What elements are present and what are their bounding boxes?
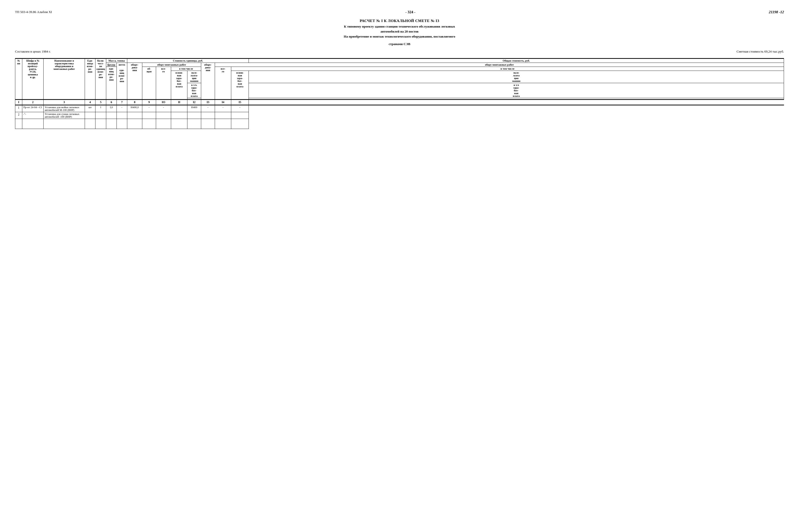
col-mo-base: основ-наязара-бот-наяплата xyxy=(171,71,187,100)
title-section: РАСЧЕТ № I К ЛОКАЛЬНОЙ СМЕТЕ № I3 К типо… xyxy=(15,19,784,46)
col-total-equip: обору-дова-ния xyxy=(201,63,215,100)
col-mo-all: все-го xyxy=(156,67,171,100)
header-left: ТП 503-4-39.86 Альбом XI xyxy=(15,10,52,14)
col-total-mo-inthat: в том числе xyxy=(231,67,784,71)
col-total-header: Общая стоимость, руб. xyxy=(249,59,784,63)
col-total-mo-base: основ-наязара-бот-наяплата xyxy=(231,71,249,100)
header-row-2: брутто неттоеди-ницизме-ре-ния обору-дов… xyxy=(15,63,784,67)
header-right: 21198 -12 xyxy=(769,10,784,14)
row1-code: Пр-нт 24-04- -CI xyxy=(22,105,43,112)
col-mo-exp: эксп-луата-циямашин xyxy=(187,71,201,83)
idx-10: IO xyxy=(156,100,171,105)
row1-total-mo-all: - xyxy=(201,105,215,112)
main-table: №пп Шифр и №позицийпрейску-ранта,УСН,цен… xyxy=(15,58,784,129)
row1-total-mo-exp: - xyxy=(231,105,249,112)
compiled-date: Составлен в ценах 1984 г. xyxy=(15,50,51,54)
col-total-mo-exp: эксп-луатациямашин xyxy=(249,71,784,83)
row1-qty: I xyxy=(95,105,106,112)
header-center: - 324 - xyxy=(405,10,415,14)
col-mass-brutto-unit: еди-ницизме-ре-ния xyxy=(106,67,117,100)
header-row-1: №пп Шифр и №позицийпрейску-ранта,УСН,цен… xyxy=(15,59,784,63)
col-cost-equip: обору-дова-ния xyxy=(127,63,142,100)
row2-code: -"- xyxy=(22,112,43,119)
row2-num: 2 xyxy=(15,112,22,119)
idx-4: 4 xyxy=(85,100,95,105)
row1-mo-exp xyxy=(171,105,187,112)
idx-7: 7 xyxy=(117,100,127,105)
row1-name: Установка для мойки легковых автомобилей… xyxy=(43,105,85,112)
row2-unit xyxy=(85,112,95,119)
idx-5: 5 xyxy=(95,100,106,105)
col-mo-header: обору-монтажных работ xyxy=(142,63,201,67)
row1-mass-total: - xyxy=(117,105,127,112)
col-qty-header: Коли-чест-воединицизме-ре-ния xyxy=(95,59,106,100)
row1-mass-unit: I,0 xyxy=(106,105,117,112)
title-main: РАСЧЕТ № I К ЛОКАЛЬНОЙ СМЕТЕ № I3 xyxy=(15,19,784,23)
table-row: 2 -"- Установка для сушки легковых автом… xyxy=(15,112,784,119)
col-name-header: Наименование ихарактеристикаоборудования… xyxy=(43,59,85,100)
col-code-header: Шифр и №позицийпрейску-ранта,УСН,ценника… xyxy=(22,59,43,100)
row1-unit: шт xyxy=(85,105,95,112)
row2-mo-all xyxy=(142,112,156,119)
row2-name: Установка для сушки легковых автомобилей… xyxy=(43,112,85,119)
row1-total-equip: I0400 xyxy=(187,105,201,112)
row2-mass-total xyxy=(117,112,127,119)
row1-mo-base: - xyxy=(156,105,171,112)
column-index-row: I 2 3 4 5 6 7 8 9 IO II I2 I3 I4 I5 xyxy=(15,100,784,105)
idx-8: 8 xyxy=(127,100,142,105)
row1-cost-equip: I0400,0 xyxy=(127,105,142,112)
meta-row: Составлен в ценах 1984 г. Сметная стоимо… xyxy=(15,50,784,54)
idx-11: II xyxy=(171,100,187,105)
filler6b xyxy=(249,98,784,100)
title-sub2: автомобилей на 20 постов xyxy=(15,30,784,34)
col-unit-header: Еди-ницаизме-ре-ния xyxy=(85,59,95,100)
row2-total-mo-exp xyxy=(231,112,249,119)
idx-15: I5 xyxy=(231,100,249,105)
table-row xyxy=(15,119,784,129)
row2-qty xyxy=(95,112,106,119)
title-sub4: странами СЭВ xyxy=(15,42,784,46)
idx-3: 3 xyxy=(43,100,85,105)
col-total-mo-wage-label: в т.чзара-бот-наяплата xyxy=(249,83,784,98)
idx-6: 6 xyxy=(106,100,117,105)
col-num-header: №пп xyxy=(15,59,22,100)
col-mo-wage-label: в т.ч.зара-бот-наяплата xyxy=(187,83,201,98)
row1-total-mo-base: - xyxy=(215,105,231,112)
title-sub3: На приобретение и монтаж технологическог… xyxy=(15,35,784,39)
title-sub1: К типовому проекту здания станции технич… xyxy=(15,24,784,28)
table-row: I Пр-нт 24-04- -CI Установка для мойки л… xyxy=(15,105,784,112)
col-mass-brutto-total: об-щая xyxy=(142,67,156,100)
idx-13: I3 xyxy=(201,100,215,105)
page-header: ТП 503-4-39.86 Альбом XI - 324 - 21198 -… xyxy=(15,10,784,14)
idx-14: I4 xyxy=(215,100,231,105)
row2-total-mo-base xyxy=(215,112,231,119)
row1-mo-all: - xyxy=(142,105,156,112)
col-total-mo-header: обору-монтажных работ xyxy=(215,63,784,67)
row2-mass-unit xyxy=(106,112,117,119)
row2-cost-equip xyxy=(127,112,142,119)
col-total-mo-all: все-го xyxy=(215,67,231,100)
idx-12: I2 xyxy=(187,100,201,105)
col-cost-header: Стоимость единицы, руб. xyxy=(127,59,249,63)
col-mass-netto: неттоеди-ницизме-ре-ния xyxy=(117,63,127,100)
row2-total-equip xyxy=(187,112,201,119)
col-mo-inthat: в том числе xyxy=(171,67,201,71)
estimate-cost: Сметная стоимость 69,24 тыс.руб. xyxy=(737,50,784,54)
col-mass-header: Масса, тонны xyxy=(106,59,127,63)
row2-total-mo-all xyxy=(201,112,215,119)
idx-1: I xyxy=(15,100,22,105)
row1-num: I xyxy=(15,105,22,112)
idx-2: 2 xyxy=(22,100,43,105)
row2-mo-base xyxy=(156,112,171,119)
row2-mo-exp xyxy=(171,112,187,119)
idx-9: 9 xyxy=(142,100,156,105)
col-mass-brutto: брутто xyxy=(106,63,117,67)
